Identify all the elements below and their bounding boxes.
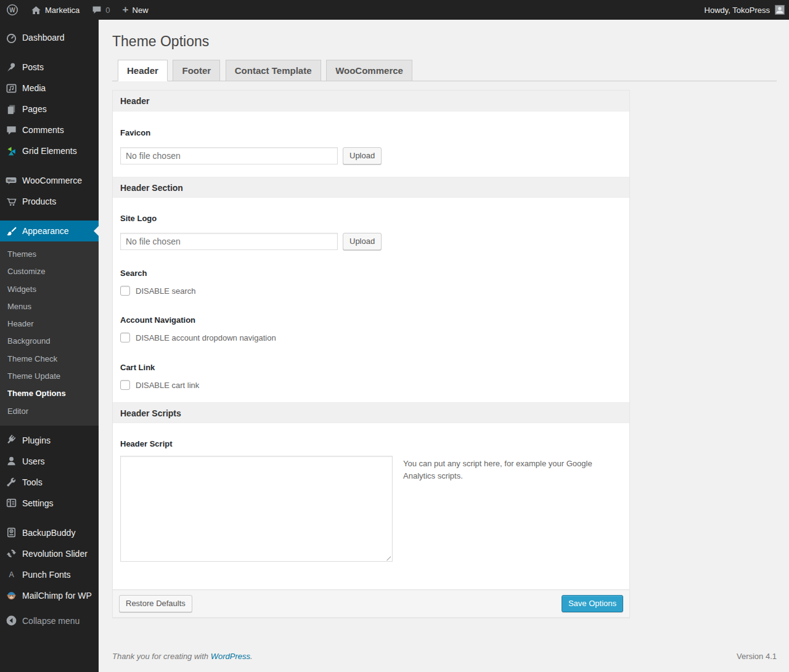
sidebar-item-tools[interactable]: Tools <box>0 472 99 493</box>
comments-bubble-icon <box>92 5 102 15</box>
wordpress-link[interactable]: WordPress <box>211 652 250 661</box>
favicon-upload-button[interactable]: Upload <box>343 147 382 164</box>
site-logo-field: Site Logo Upload <box>113 214 629 250</box>
save-options-button[interactable]: Save Options <box>562 595 623 612</box>
site-name-item[interactable]: Marketica <box>25 0 86 20</box>
wordpress-logo-icon: W <box>6 4 18 16</box>
header-script-textarea[interactable] <box>120 456 393 562</box>
sidebar-item-appearance[interactable]: Appearance <box>0 221 99 241</box>
sidebar-item-mailchimp[interactable]: MailChimp for WP <box>0 585 99 606</box>
menu-separator <box>0 161 99 170</box>
sidebar-item-revolution-slider[interactable]: Revolution Slider <box>0 543 99 564</box>
disable-search-checkbox[interactable] <box>120 286 130 296</box>
account-menu-item[interactable]: Howdy, TokoPress <box>705 0 789 20</box>
submenu-theme-update[interactable]: Theme Update <box>0 368 99 385</box>
submenu-widgets[interactable]: Widgets <box>0 281 99 298</box>
sidebar-item-punch-fonts[interactable]: A Punch Fonts <box>0 564 99 585</box>
sidebar-item-dashboard[interactable]: Dashboard <box>0 27 99 48</box>
site-logo-file-input[interactable] <box>120 233 338 250</box>
menu-separator <box>0 426 99 430</box>
tab-footer[interactable]: Footer <box>173 60 220 81</box>
tab-header[interactable]: Header <box>118 60 168 81</box>
site-logo-upload-button[interactable]: Upload <box>343 233 382 250</box>
cart-icon <box>5 195 17 208</box>
user-icon <box>5 455 17 468</box>
collapse-menu-button[interactable]: Collapse menu <box>0 610 99 631</box>
cart-link-field: Cart Link DISABLE cart link <box>113 363 629 402</box>
appearance-submenu: Themes Customize Widgets Menus Header Ba… <box>0 241 99 426</box>
search-field: Search DISABLE search <box>113 269 629 296</box>
sidebar-item-backupbuddy[interactable]: BackupBuddy <box>0 522 99 543</box>
site-name-label: Marketica <box>45 6 80 15</box>
collapse-arrow-icon <box>5 615 17 627</box>
woocommerce-icon: Woo <box>5 174 17 187</box>
grid-elements-icon <box>5 145 17 157</box>
disable-cart-link-label: DISABLE cart link <box>136 381 199 390</box>
sidebar-item-posts[interactable]: Posts <box>0 57 99 78</box>
dashboard-icon <box>5 31 17 44</box>
restore-defaults-button[interactable]: Restore Defaults <box>119 595 192 612</box>
account-navigation-field: Account Navigation DISABLE account dropd… <box>113 315 629 342</box>
disable-account-nav-label: DISABLE account dropdown navigation <box>136 333 276 342</box>
sidebar-item-settings[interactable]: Settings <box>0 493 99 514</box>
new-content-item[interactable]: + New <box>117 0 155 20</box>
comment-count: 0 <box>105 6 110 15</box>
submenu-theme-options[interactable]: Theme Options <box>0 385 99 402</box>
settings-icon <box>5 497 17 509</box>
menu-separator <box>0 514 99 522</box>
submenu-header[interactable]: Header <box>0 315 99 333</box>
plugins-icon <box>5 434 17 447</box>
sidebar-item-woocommerce[interactable]: Woo WooCommerce <box>0 170 99 191</box>
wrench-icon <box>5 476 17 488</box>
header-script-label: Header Script <box>120 439 622 448</box>
panel-footer: Restore Defaults Save Options <box>113 589 629 617</box>
backupbuddy-icon <box>5 527 17 539</box>
site-logo-label: Site Logo <box>120 214 622 223</box>
new-label: New <box>133 6 149 15</box>
appearance-brush-icon <box>5 225 17 237</box>
comments-icon <box>5 124 17 136</box>
section-header-header: Header <box>113 91 629 111</box>
sidebar-item-products[interactable]: Products <box>0 191 99 212</box>
submenu-themes[interactable]: Themes <box>0 246 99 263</box>
svg-text:W: W <box>9 7 15 14</box>
posts-pin-icon <box>5 61 17 73</box>
page-title: Theme Options <box>112 33 777 51</box>
theme-options-panel: Header Favicon Upload Header Section Sit… <box>112 90 630 618</box>
submenu-background[interactable]: Background <box>0 333 99 350</box>
tab-contact-template[interactable]: Contact Template <box>226 60 321 81</box>
home-icon <box>31 5 41 15</box>
menu-separator <box>0 48 99 57</box>
submenu-customize[interactable]: Customize <box>0 263 99 280</box>
submenu-menus[interactable]: Menus <box>0 298 99 315</box>
page-footer: Thank you for creating with WordPress. V… <box>112 652 777 661</box>
svg-text:A: A <box>9 570 14 579</box>
svg-text:Woo: Woo <box>7 179 15 182</box>
sidebar-item-grid-elements[interactable]: Grid Elements <box>0 140 99 161</box>
plus-icon: + <box>123 4 129 15</box>
submenu-editor[interactable]: Editor <box>0 403 99 420</box>
sidebar-item-plugins[interactable]: Plugins <box>0 430 99 451</box>
account-navigation-label: Account Navigation <box>120 315 622 325</box>
sidebar-item-media[interactable]: Media <box>0 78 99 99</box>
disable-account-nav-checkbox[interactable] <box>120 333 130 342</box>
disable-search-label: DISABLE search <box>136 286 196 296</box>
disable-cart-link-checkbox[interactable] <box>120 380 130 390</box>
admin-bar-left: W Marketica 0 + New <box>0 0 155 20</box>
sidebar-item-users[interactable]: Users <box>0 451 99 472</box>
letter-a-icon: A <box>5 569 17 581</box>
wordpress-menu-item[interactable]: W <box>0 0 25 20</box>
sync-arrows-icon <box>5 548 17 560</box>
main-content: Theme Options Header Footer Contact Temp… <box>99 0 789 661</box>
section-header-header-section: Header Section <box>113 177 629 198</box>
tab-woocommerce[interactable]: WooCommerce <box>326 60 412 81</box>
version-label: Version 4.1 <box>737 652 777 661</box>
favicon-label: Favicon <box>120 128 622 137</box>
sidebar-item-pages[interactable]: Pages <box>0 99 99 119</box>
comments-bar-item[interactable]: 0 <box>86 0 116 20</box>
submenu-theme-check[interactable]: Theme Check <box>0 350 99 368</box>
favicon-field: Favicon Upload <box>113 128 629 177</box>
admin-bar: W Marketica 0 + New Howdy, TokoPress <box>0 0 789 20</box>
sidebar-item-comments[interactable]: Comments <box>0 119 99 140</box>
favicon-file-input[interactable] <box>120 147 338 164</box>
